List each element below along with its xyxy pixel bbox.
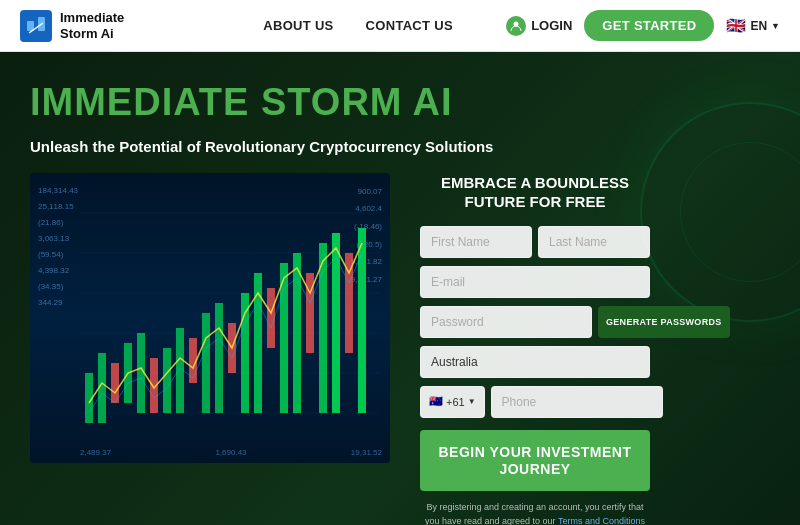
terms-link[interactable]: Terms and Conditions xyxy=(558,516,645,525)
svg-rect-12 xyxy=(111,363,119,403)
country-input[interactable] xyxy=(420,346,650,378)
phone-row: 🇦🇺 +61 ▼ xyxy=(420,386,650,418)
svg-rect-16 xyxy=(163,348,171,413)
user-icon xyxy=(506,16,526,36)
get-started-button[interactable]: GET STARTED xyxy=(584,10,714,41)
language-selector[interactable]: 🇬🇧 EN ▼ xyxy=(726,16,780,35)
svg-rect-29 xyxy=(332,233,340,413)
nav-about-us[interactable]: ABOUT US xyxy=(263,18,333,33)
svg-rect-19 xyxy=(202,313,210,413)
nav-contact-us[interactable]: CONTACT US xyxy=(366,18,453,33)
chart-image: 184,314.43 25,118.15 (21.86) 3,063.13 (5… xyxy=(30,173,390,463)
main-nav: ABOUT US CONTACT US xyxy=(210,18,506,33)
phone-input[interactable] xyxy=(491,386,663,418)
flag-icon: 🇬🇧 xyxy=(726,16,746,35)
phone-chevron-icon: ▼ xyxy=(468,397,476,406)
chart-background: 184,314.43 25,118.15 (21.86) 3,063.13 (5… xyxy=(30,173,390,463)
svg-rect-26 xyxy=(293,253,301,413)
password-input[interactable] xyxy=(420,306,592,338)
chevron-down-icon: ▼ xyxy=(771,21,780,31)
begin-investment-button[interactable]: BEGIN YOUR INVESTMENT JOURNEY xyxy=(420,430,650,492)
phone-flag: 🇦🇺 xyxy=(429,395,443,408)
login-button[interactable]: LOGIN xyxy=(506,16,572,36)
generate-password-button[interactable]: GENERATE PASSWORDS xyxy=(598,306,730,338)
hero-content: 184,314.43 25,118.15 (21.86) 3,063.13 (5… xyxy=(30,173,770,525)
logo-area: Immediate Storm Ai xyxy=(20,10,210,42)
hero-section: IMMEDIATE STORM AI Unleash the Potential… xyxy=(0,52,800,525)
logo-icon xyxy=(20,10,52,42)
disclaimer-text: By registering and creating an account, … xyxy=(420,501,650,525)
email-input[interactable] xyxy=(420,266,650,298)
last-name-input[interactable] xyxy=(538,226,650,258)
header-right: LOGIN GET STARTED 🇬🇧 EN ▼ xyxy=(506,10,780,41)
first-name-input[interactable] xyxy=(420,226,532,258)
name-row xyxy=(420,226,650,258)
svg-rect-31 xyxy=(358,228,366,413)
password-row: GENERATE PASSWORDS xyxy=(420,306,650,338)
country-code-selector[interactable]: 🇦🇺 +61 ▼ xyxy=(420,386,485,418)
registration-form-panel: EMBRACE A BOUNDLESS FUTURE FOR FREE GENE… xyxy=(420,173,650,525)
svg-rect-20 xyxy=(215,303,223,413)
chart-svg xyxy=(30,173,390,463)
form-title: EMBRACE A BOUNDLESS FUTURE FOR FREE xyxy=(420,173,650,212)
hero-title: IMMEDIATE STORM AI xyxy=(30,82,770,124)
site-header: Immediate Storm Ai ABOUT US CONTACT US L… xyxy=(0,0,800,52)
logo-text: Immediate Storm Ai xyxy=(60,10,124,41)
svg-rect-22 xyxy=(241,293,249,413)
